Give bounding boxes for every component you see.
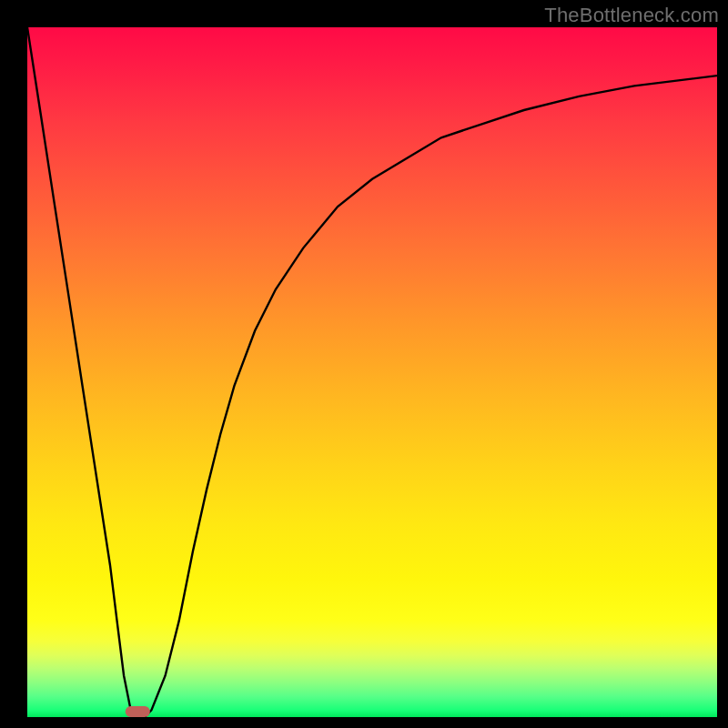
plot-area — [27, 27, 717, 717]
bottleneck-curve — [27, 27, 717, 717]
watermark-text: TheBottleneck.com — [544, 4, 719, 27]
curve-layer — [27, 27, 717, 717]
chart-frame: TheBottleneck.com — [0, 0, 728, 728]
